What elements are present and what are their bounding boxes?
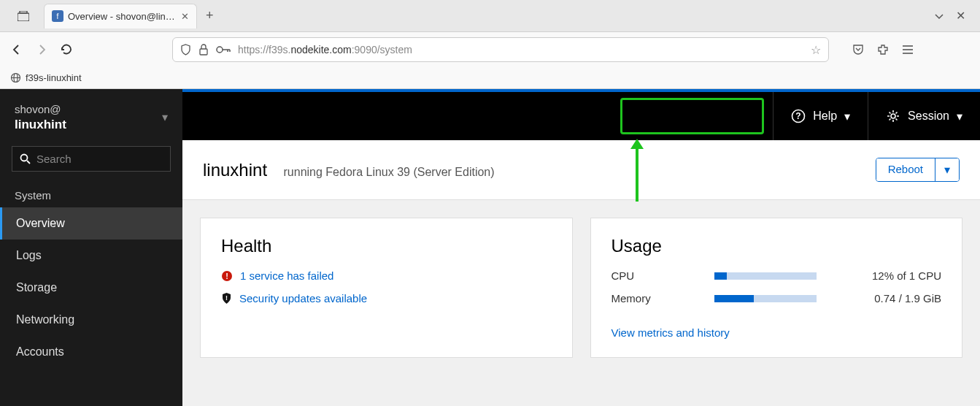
nav-bar: https://f39s.nodekite.com:9090/system ☆ [0,32,980,67]
url-bar[interactable]: https://f39s.nodekite.com:9090/system ☆ [172,37,829,62]
window-close-icon[interactable]: ✕ [956,9,965,23]
reboot-dropdown[interactable]: ▾ [935,158,959,181]
bookmark-star-icon[interactable]: ☆ [811,43,821,57]
cpu-bar [714,272,817,280]
help-icon: ? [791,109,806,123]
favicon-icon: f [52,10,63,22]
svg-point-17 [891,114,895,118]
svg-point-3 [217,47,223,53]
tab-bar: f Overview - shovon@linux ✕ + ✕ [0,0,980,32]
globe-icon [10,72,21,83]
security-shield-icon: ! [221,292,232,304]
user-switcher[interactable]: shovon@ linuxhint ▾ [0,89,182,146]
memory-bar [714,295,817,302]
back-button[interactable] [10,43,23,56]
failed-service-link[interactable]: 1 service has failed [240,269,333,282]
tab-title: Overview - shovon@linux [68,11,175,22]
cpu-label: CPU [611,269,670,282]
reboot-button[interactable]: Reboot [876,158,935,181]
usage-card: Usage CPU 12% of 1 CPU Memory 0.74 / 1.9… [590,218,963,358]
health-card: Health ! 1 service has failed ! Security… [200,218,573,358]
svg-rect-1 [20,11,27,13]
sidebar: shovon@ linuxhint ▾ System Overview Logs… [0,89,182,406]
nav-section-label: System [0,182,182,207]
svg-text:!: ! [225,294,228,302]
reboot-group: Reboot ▾ [876,158,960,182]
browser-tab[interactable]: f Overview - shovon@linux ✕ [44,4,197,28]
tabs-dropdown-icon[interactable] [934,11,944,21]
shield-icon[interactable] [180,44,191,55]
usage-title: Usage [611,236,942,256]
svg-rect-0 [18,13,29,21]
nav-item-networking[interactable]: Networking [0,304,182,336]
metrics-link[interactable]: View metrics and history [611,326,730,339]
svg-text:!: ! [225,272,228,280]
caret-down-icon: ▾ [844,110,850,123]
new-tab-button[interactable]: + [206,8,214,23]
forward-button[interactable] [35,43,48,56]
pocket-icon[interactable] [852,44,864,55]
health-title: Health [221,236,552,256]
caret-down-icon: ▾ [957,110,962,123]
bookmark-bar: f39s-linuxhint [0,67,980,89]
search-icon [20,153,31,164]
nav-item-overview[interactable]: Overview [0,207,182,240]
header-row: linuxhint running Fedora Linux 39 (Serve… [182,140,980,200]
top-bar: Administrative access ? Help ▾ Session ▾ [182,92,980,140]
search-input[interactable] [36,153,175,165]
memory-value: 0.74 / 1.9 GiB [861,292,941,304]
main-content: Administrative access ? Help ▾ Session ▾… [182,89,980,406]
error-icon: ! [221,270,233,282]
bookmark-item[interactable]: f39s-linuxhint [26,72,82,83]
cpu-value: 12% of 1 CPU [861,269,941,282]
security-updates-link[interactable]: Security updates available [239,292,367,304]
extensions-icon[interactable] [877,44,889,55]
lock-icon[interactable] [198,44,209,55]
admin-access-label: Administrative access [636,110,749,123]
svg-rect-2 [200,49,207,55]
os-status: running Fedora Linux 39 (Server Edition) [284,166,495,178]
search-box[interactable] [12,146,171,172]
url-text: https://f39s.nodekite.com:9090/system [238,44,811,55]
session-button[interactable]: Session ▾ [868,92,980,140]
svg-line-14 [27,161,30,164]
user-name: shovon@ [15,102,66,117]
nav-item-logs[interactable]: Logs [0,240,182,272]
key-icon[interactable] [216,45,231,54]
svg-point-13 [21,154,28,161]
memory-label: Memory [611,292,670,304]
reload-button[interactable] [60,43,73,56]
close-tab-icon[interactable]: ✕ [181,11,189,22]
hostname: linuxhint [203,160,267,180]
menu-icon[interactable] [902,45,914,55]
chevron-down-icon: ▾ [162,110,168,124]
gear-icon [886,109,900,123]
admin-access-button[interactable]: Administrative access [620,98,764,134]
help-button[interactable]: ? Help ▾ [773,92,868,140]
user-host: linuxhint [15,117,66,133]
recent-tabs-icon[interactable] [9,11,38,21]
nav-item-accounts[interactable]: Accounts [0,336,182,368]
svg-text:?: ? [796,111,801,121]
nav-item-storage[interactable]: Storage [0,272,182,304]
